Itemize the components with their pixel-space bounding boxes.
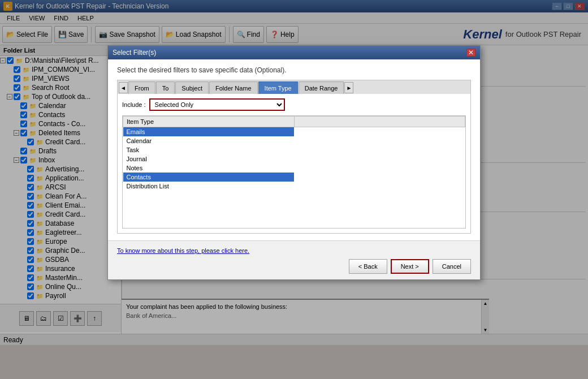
tab-date-range[interactable]: Date Range — [299, 81, 344, 94]
item-type-cell-2 — [294, 154, 465, 163]
item-type-list: Item Type EmailsCalendarTaskJournalNotes… — [122, 115, 466, 229]
item-type-row[interactable]: Emails — [123, 127, 465, 137]
tab-item-type[interactable]: Item Type — [258, 81, 298, 94]
tab-next-arrow[interactable]: ► — [344, 82, 353, 93]
item-type-cell[interactable]: Notes — [123, 163, 295, 173]
item-type-cell-2 — [294, 182, 465, 191]
item-type-cell[interactable]: Calendar — [123, 136, 295, 145]
item-type-cell[interactable]: Task — [123, 145, 295, 154]
modal-tabs-area: ◄ From To Subject Folder Name Item Type … — [117, 80, 471, 234]
include-select[interactable]: Selected Only All None — [149, 98, 285, 111]
cancel-button[interactable]: Cancel — [433, 259, 471, 274]
item-type-row[interactable]: Calendar — [123, 136, 465, 145]
item-type-cell[interactable]: Distribution List — [123, 182, 295, 191]
footer-buttons: < Back Next > Cancel — [117, 259, 471, 274]
modal-footer: To know more about this step, please cli… — [108, 240, 480, 279]
item-type-extra-header — [294, 117, 465, 127]
tab-content-item-type: Include : Selected Only All None It — [118, 94, 470, 233]
item-type-row[interactable]: Contacts — [123, 173, 465, 182]
include-label: Include : — [122, 101, 146, 108]
tab-from[interactable]: From — [128, 81, 155, 94]
item-type-cell-2 — [294, 145, 465, 154]
item-type-cell[interactable]: Journal — [123, 154, 295, 163]
tabs-nav: ◄ From To Subject Folder Name Item Type … — [118, 80, 470, 94]
item-type-cell-2 — [294, 163, 465, 173]
next-button[interactable]: Next > — [391, 259, 429, 274]
modal-titlebar: Select Filter(s) ✕ — [108, 46, 480, 59]
tab-subject[interactable]: Subject — [175, 81, 209, 94]
item-type-column-header: Item Type — [123, 117, 295, 127]
item-type-cell[interactable]: Emails — [123, 127, 295, 137]
back-button[interactable]: < Back — [349, 259, 387, 274]
tab-folder-name[interactable]: Folder Name — [209, 81, 258, 94]
footer-help-link[interactable]: To know more about this step, please cli… — [117, 247, 249, 254]
modal-overlay: Select Filter(s) ✕ Select the desired fi… — [0, 0, 588, 379]
modal-title: Select Filter(s) — [113, 49, 156, 57]
item-type-row[interactable]: Distribution List — [123, 182, 465, 191]
item-type-cell[interactable]: Contacts — [123, 173, 295, 182]
item-type-row[interactable]: Journal — [123, 154, 465, 163]
modal-body: Select the desired filters to save speci… — [108, 59, 480, 240]
select-filters-modal: Select Filter(s) ✕ Select the desired fi… — [107, 45, 481, 280]
modal-close-button[interactable]: ✕ — [466, 49, 475, 57]
item-type-row[interactable]: Task — [123, 145, 465, 154]
item-type-row[interactable]: Notes — [123, 163, 465, 173]
include-row: Include : Selected Only All None — [122, 98, 466, 111]
modal-description: Select the desired filters to save speci… — [117, 66, 471, 74]
tab-prev-arrow[interactable]: ◄ — [119, 82, 128, 93]
item-type-cell-2 — [294, 136, 465, 145]
item-type-table: Item Type EmailsCalendarTaskJournalNotes… — [123, 116, 465, 191]
item-type-cell-2 — [294, 127, 465, 137]
tab-to[interactable]: To — [156, 81, 175, 94]
item-type-cell-2 — [294, 173, 465, 182]
